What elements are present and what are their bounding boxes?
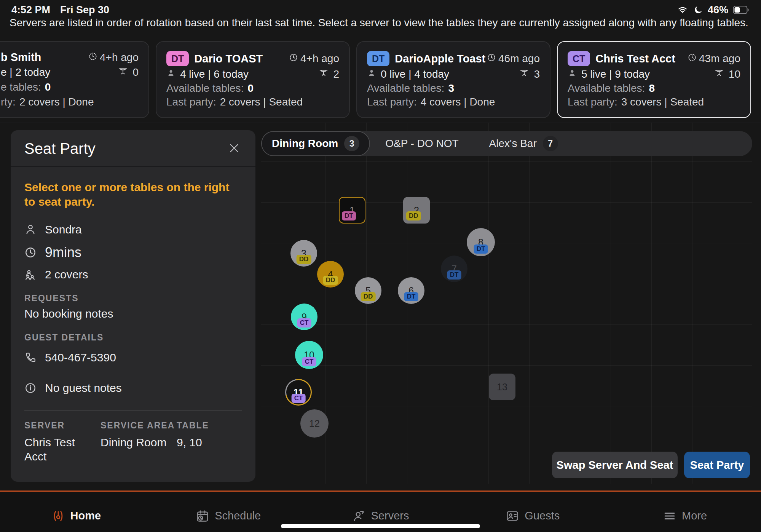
tab-alexs-bar[interactable]: Alex's Bar 7: [474, 131, 573, 156]
seat-party-button[interactable]: Seat Party: [684, 452, 750, 478]
server-card-dario-toast[interactable]: DT Dario TOAST 4+h ago 4 live | 6 today …: [156, 41, 350, 118]
servers-icon: [352, 509, 366, 523]
server-card-darioapple-toast[interactable]: DT DarioApple Toast 46m ago 0 live | 4 t…: [356, 41, 550, 118]
last-sat-time: 43m ago: [699, 53, 740, 65]
table-5-server-badge: DD: [361, 292, 376, 301]
tab-count-badge: 3: [344, 136, 359, 151]
assigned-tables-count: 2: [333, 68, 339, 80]
server-name: Dario TOAST: [194, 53, 263, 65]
server-column-label: SERVER: [24, 420, 101, 431]
table-4[interactable]: 4DD: [317, 261, 344, 288]
covers-icon: [24, 268, 37, 281]
close-icon[interactable]: [227, 141, 241, 157]
guest-name: Sondra: [45, 223, 82, 236]
table-9[interactable]: 9CT: [291, 304, 317, 330]
table-2[interactable]: 2DD: [403, 197, 430, 224]
table-1[interactable]: 1DT: [339, 197, 365, 224]
covers-row: 2 covers: [24, 268, 242, 281]
person-outline-icon: [24, 224, 37, 236]
nav-label: More: [682, 510, 707, 522]
table-6-server-badge: DT: [404, 292, 418, 301]
panel-divider: [24, 410, 242, 411]
last-sat-time: 4+h ago: [300, 53, 339, 65]
floor-plan: Dining Room 3 O&P - DO NOT Alex's Bar 7 …: [261, 123, 752, 484]
table-12-number: 12: [309, 418, 320, 429]
table-icon: [713, 68, 725, 80]
battery-percent: 46%: [708, 4, 728, 16]
table-3[interactable]: 3DD: [290, 240, 317, 267]
clock-icon: [688, 53, 697, 65]
table-icon: [117, 66, 129, 79]
tab-label: O&P - DO NOT: [385, 137, 458, 150]
server-card-chris-test-acct[interactable]: CT Chris Test Acct 43m ago 5 live | 9 to…: [557, 41, 751, 118]
available-tables-value: 0: [45, 81, 51, 93]
server-card-smith[interactable]: b Smith 4+h ago e | 2 today 0 e tables:0…: [0, 41, 149, 118]
rotation-instruction: Servers are listed in order of rotation …: [10, 17, 751, 29]
nav-label: Home: [70, 510, 101, 522]
status-bar: 4:52 PM Fri Sep 30 46%: [0, 0, 761, 16]
more-icon: [663, 509, 676, 523]
table-column-value: 9, 10: [177, 435, 242, 450]
last-party-value: 2 covers | Done: [19, 96, 94, 108]
wait-time-row: 9mins: [24, 244, 242, 260]
clock-outline-icon: [24, 246, 37, 259]
nav-label: Servers: [371, 510, 409, 522]
info-icon: [24, 382, 37, 394]
table-10[interactable]: 10CT: [295, 341, 323, 369]
table-2-server-badge: DD: [406, 211, 421, 220]
available-tables-value: 3: [448, 82, 454, 94]
person-icon: [568, 68, 577, 80]
table-8[interactable]: 8DT: [467, 228, 495, 256]
live-today-counts: 5 live | 9 today: [581, 68, 650, 80]
tab-dining-room[interactable]: Dining Room 3: [261, 131, 370, 156]
server-initials-badge: DT: [367, 51, 389, 66]
requests-label: REQUESTS: [24, 293, 242, 304]
table-5[interactable]: 5DD: [355, 277, 381, 304]
swap-server-and-seat-button[interactable]: Swap Server And Seat: [552, 452, 678, 478]
last-party-value: 2 covers | Seated: [220, 96, 303, 108]
status-time: 4:52 PM: [11, 4, 50, 16]
clock-icon: [487, 53, 496, 65]
last-party-label: rty:: [1, 96, 16, 108]
server-cards-row: b Smith 4+h ago e | 2 today 0 e tables:0…: [0, 41, 751, 118]
table-13-number: 13: [497, 382, 507, 393]
server-initials-badge: DT: [166, 51, 189, 66]
table-11-server-badge: CT: [292, 394, 306, 403]
available-tables-label: Available tables:: [367, 82, 444, 94]
last-sat-time: 46m ago: [498, 53, 540, 65]
table-3-server-badge: DD: [297, 255, 311, 264]
table-12[interactable]: 12: [300, 409, 329, 438]
seat-party-panel: Seat Party Select one or more tables on …: [11, 130, 255, 482]
person-icon: [367, 68, 376, 80]
table-13[interactable]: 13: [489, 374, 515, 400]
server-name: b Smith: [1, 51, 41, 64]
last-party-label: Last party:: [367, 96, 417, 108]
table-11[interactable]: 11CT: [285, 379, 312, 406]
schedule-icon: [196, 509, 209, 523]
guest-notes: No guest notes: [45, 382, 122, 395]
table-6[interactable]: 6DT: [398, 277, 424, 304]
clock-icon: [88, 51, 97, 64]
requests-value: No booking notes: [24, 307, 242, 320]
home-indicator[interactable]: [281, 524, 480, 528]
assigned-tables-count: 10: [729, 68, 740, 80]
tab-op-do-not[interactable]: O&P - DO NOT: [370, 131, 474, 156]
assigned-tables-count: 3: [534, 68, 540, 80]
covers-count: 2 covers: [45, 268, 88, 281]
server-name: DarioApple Toast: [395, 53, 485, 65]
available-tables-label: Available tables:: [568, 82, 645, 94]
table-8-server-badge: DT: [474, 244, 488, 254]
live-today-counts: e | 2 today: [1, 66, 50, 78]
guest-phone: 540-467-5390: [45, 351, 116, 364]
person-icon: [166, 68, 175, 80]
phone-icon: [24, 351, 37, 364]
guest-phone-row[interactable]: 540-467-5390: [24, 351, 242, 364]
nav-home[interactable]: Home: [0, 500, 152, 532]
dnd-moon-icon: [693, 5, 703, 15]
clock-icon: [289, 53, 298, 65]
last-party-value: 4 covers | Done: [421, 96, 495, 108]
nav-more[interactable]: More: [609, 500, 761, 532]
toast-tables-app: 4:52 PM Fri Sep 30 46% Servers ar: [0, 0, 761, 532]
table-7[interactable]: 7DT: [441, 256, 467, 282]
last-party-value: 3 covers | Seated: [621, 96, 704, 108]
